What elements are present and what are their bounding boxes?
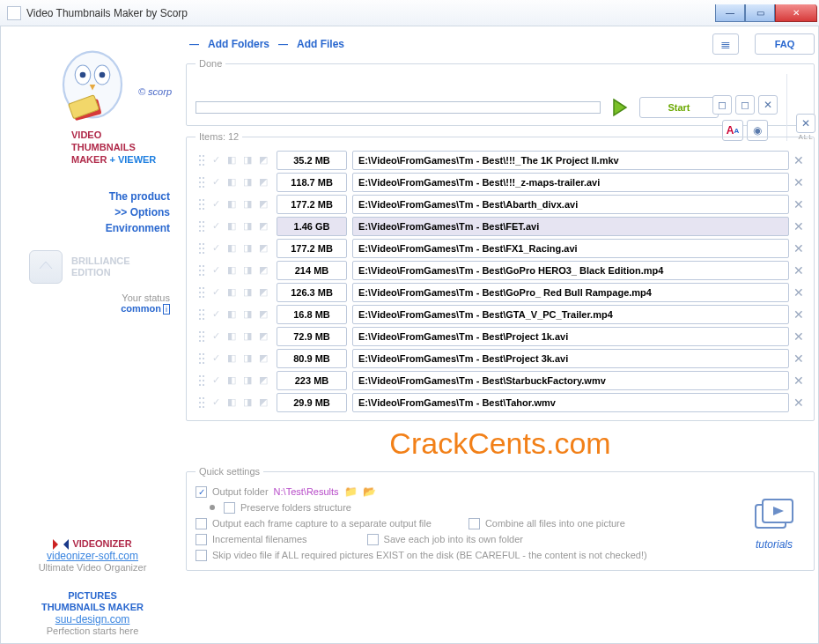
- thumb1-icon[interactable]: ◧: [224, 330, 240, 342]
- table-row[interactable]: ✓◧◨◩29.9 MBE:\Video\FromGames\Tm - Best\…: [196, 391, 808, 413]
- thumb3-icon[interactable]: ◩: [255, 154, 271, 166]
- remove-row-icon[interactable]: ✕: [789, 374, 808, 388]
- thumb3-icon[interactable]: ◩: [255, 242, 271, 254]
- drag-grip-icon[interactable]: [196, 374, 208, 387]
- check-icon[interactable]: ✓: [208, 286, 224, 298]
- check-icon[interactable]: ✓: [208, 308, 224, 320]
- table-row[interactable]: ✓◧◨◩177.2 MBE:\Video\FromGames\Tm - Best…: [196, 237, 808, 259]
- thumb2-icon[interactable]: ◨: [240, 330, 255, 342]
- thumb2-icon[interactable]: ◨: [240, 176, 255, 188]
- table-row[interactable]: ✓◧◨◩118.7 MBE:\Video\FromGames\Tm - Best…: [196, 171, 808, 193]
- thumb1-icon[interactable]: ◧: [224, 264, 240, 276]
- thumb1-icon[interactable]: ◧: [224, 286, 240, 298]
- drag-grip-icon[interactable]: [196, 286, 208, 299]
- thumb1-icon[interactable]: ◧: [224, 242, 240, 254]
- nav-options[interactable]: >> Options: [8, 206, 170, 218]
- thumb3-icon[interactable]: ◩: [255, 264, 271, 276]
- output-folder-checkbox[interactable]: [196, 486, 207, 498]
- nav-environment[interactable]: Environment: [8, 222, 170, 234]
- browse-folder-icon[interactable]: 📁: [344, 485, 358, 498]
- thumb2-icon[interactable]: ◨: [240, 286, 255, 298]
- remove-row-icon[interactable]: ✕: [789, 197, 808, 211]
- drag-grip-icon[interactable]: [196, 330, 208, 343]
- table-row[interactable]: ✓◧◨◩16.8 MBE:\Video\FromGames\Tm - Best\…: [196, 303, 808, 325]
- thumb2-icon[interactable]: ◨: [240, 352, 255, 364]
- thumb2-icon[interactable]: ◨: [240, 396, 255, 408]
- remove-row-icon[interactable]: ✕: [789, 329, 808, 344]
- thumb1-icon[interactable]: ◧: [224, 220, 240, 232]
- thumb3-icon[interactable]: ◩: [255, 176, 271, 188]
- thumb3-icon[interactable]: ◩: [255, 374, 271, 386]
- check-icon[interactable]: ✓: [208, 154, 224, 166]
- drag-grip-icon[interactable]: [196, 264, 208, 277]
- clear-all-button[interactable]: ✕: [796, 114, 815, 133]
- outeach-checkbox[interactable]: [196, 518, 207, 529]
- checkbox-small-button[interactable]: ◻: [712, 95, 732, 115]
- skip-checkbox[interactable]: [196, 550, 207, 561]
- table-row[interactable]: ✓◧◨◩80.9 MBE:\Video\FromGames\Tm - Best\…: [196, 347, 808, 369]
- remove-row-icon[interactable]: ✕: [789, 241, 808, 255]
- check-icon[interactable]: ✓: [208, 176, 224, 188]
- thumb2-icon[interactable]: ◨: [240, 308, 255, 320]
- thumb3-icon[interactable]: ◩: [255, 220, 271, 232]
- drag-grip-icon[interactable]: [196, 176, 208, 189]
- table-row[interactable]: ✓◧◨◩223 MBE:\Video\FromGames\Tm - Best\S…: [196, 369, 808, 391]
- faq-button[interactable]: FAQ: [755, 33, 815, 55]
- ptm-link[interactable]: suu-design.com: [8, 613, 177, 625]
- thumb3-icon[interactable]: ◩: [255, 352, 271, 364]
- table-row[interactable]: ✓◧◨◩177.2 MBE:\Video\FromGames\Tm - Best…: [196, 193, 808, 215]
- check-icon[interactable]: ✓: [208, 220, 224, 232]
- thumb3-icon[interactable]: ◩: [255, 308, 271, 320]
- drag-grip-icon[interactable]: [196, 308, 208, 321]
- minimize-button[interactable]: —: [715, 4, 745, 22]
- drag-grip-icon[interactable]: [196, 396, 208, 409]
- thumb2-icon[interactable]: ◨: [240, 220, 255, 232]
- drag-grip-icon[interactable]: [196, 242, 208, 255]
- incremental-checkbox[interactable]: [196, 534, 207, 545]
- thumb2-icon[interactable]: ◨: [240, 198, 255, 210]
- remove-selected-button[interactable]: ✕: [758, 95, 778, 115]
- thumb3-icon[interactable]: ◩: [255, 198, 271, 210]
- remove-row-icon[interactable]: ✕: [789, 263, 808, 278]
- thumb2-icon[interactable]: ◨: [240, 374, 255, 386]
- nav-product[interactable]: The product: [8, 190, 170, 203]
- thumb1-icon[interactable]: ◧: [224, 308, 240, 320]
- tutorials-button[interactable]: tutorials: [740, 498, 808, 551]
- add-files-link[interactable]: Add Files: [293, 38, 348, 50]
- thumb1-icon[interactable]: ◧: [224, 154, 240, 166]
- remove-row-icon[interactable]: ✕: [789, 219, 808, 233]
- check-icon[interactable]: ✓: [208, 198, 224, 210]
- remove-row-icon[interactable]: ✕: [789, 396, 808, 410]
- add-folders-link[interactable]: Add Folders: [204, 38, 273, 50]
- check-icon[interactable]: ✓: [208, 330, 224, 342]
- thumb1-icon[interactable]: ◧: [224, 396, 240, 408]
- table-row[interactable]: ✓◧◨◩72.9 MBE:\Video\FromGames\Tm - Best\…: [196, 325, 808, 347]
- thumb1-icon[interactable]: ◧: [224, 374, 240, 386]
- thumb3-icon[interactable]: ◩: [255, 396, 271, 408]
- remove-row-icon[interactable]: ✕: [789, 285, 808, 300]
- check-icon[interactable]: ✓: [208, 396, 224, 408]
- saveeach-checkbox[interactable]: [367, 534, 379, 545]
- table-row[interactable]: ✓◧◨◩214 MBE:\Video\FromGames\Tm - Best\G…: [196, 259, 808, 281]
- thumb3-icon[interactable]: ◩: [255, 286, 271, 298]
- maximize-button[interactable]: ▭: [745, 4, 775, 22]
- thumb2-icon[interactable]: ◨: [240, 264, 255, 276]
- table-row[interactable]: ✓◧◨◩1.46 GBE:\Video\FromGames\Tm - Best\…: [196, 215, 808, 237]
- check-icon[interactable]: ✓: [208, 242, 224, 254]
- check-icon[interactable]: ✓: [208, 352, 224, 364]
- start-button[interactable]: Start: [639, 97, 719, 118]
- table-row[interactable]: ✓◧◨◩126.3 MBE:\Video\FromGames\Tm - Best…: [196, 281, 808, 303]
- thumb3-icon[interactable]: ◩: [255, 330, 271, 342]
- videonizer-link[interactable]: videonizer-soft.com: [8, 550, 177, 562]
- preserve-checkbox[interactable]: [224, 502, 235, 514]
- remove-row-icon[interactable]: ✕: [789, 307, 808, 322]
- drag-grip-icon[interactable]: [196, 198, 208, 211]
- open-folder-icon[interactable]: 📂: [363, 485, 376, 498]
- thumb2-icon[interactable]: ◨: [240, 242, 255, 254]
- remove-row-icon[interactable]: ✕: [789, 153, 808, 167]
- drag-grip-icon[interactable]: [196, 352, 208, 365]
- checkbox-small2-button[interactable]: ◻: [735, 95, 755, 115]
- close-button[interactable]: ✕: [775, 4, 817, 22]
- drag-grip-icon[interactable]: [196, 220, 208, 233]
- check-icon[interactable]: ✓: [208, 374, 224, 386]
